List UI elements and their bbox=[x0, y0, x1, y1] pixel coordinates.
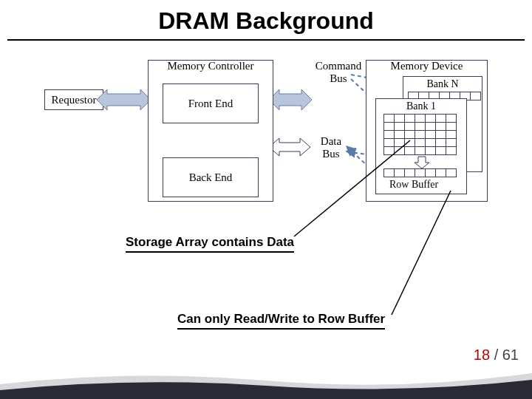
diagram: Requestor bbox=[0, 47, 532, 246]
slide-title: DRAM Background bbox=[7, 0, 525, 41]
arrow-memctrl-cmdbus bbox=[269, 89, 312, 110]
annotation-storage-array: Storage Array contains Data bbox=[126, 235, 294, 253]
page-number: 18 / 61 bbox=[474, 347, 519, 364]
row-buffer-label: Row Buffer bbox=[389, 179, 438, 191]
arrow-backend-databus bbox=[269, 138, 310, 156]
bank-1-grid bbox=[383, 114, 457, 155]
bank-n-label: Bank N bbox=[403, 78, 482, 90]
memory-controller-label: Memory Controller bbox=[149, 60, 273, 72]
footer-decoration bbox=[0, 362, 532, 399]
svg-marker-0 bbox=[97, 89, 151, 110]
annotation-row-buffer: Can only Read/Write to Row Buffer bbox=[177, 312, 385, 330]
bank-1-label: Bank 1 bbox=[376, 100, 466, 112]
bank-1-box: Bank 1 Row Buffer bbox=[375, 98, 467, 194]
page-sep: / bbox=[490, 347, 502, 363]
front-end-box: Front End bbox=[163, 83, 259, 123]
svg-marker-1 bbox=[269, 89, 312, 110]
memory-device-label: Memory Device bbox=[366, 60, 487, 72]
requestor-box: Requestor bbox=[44, 89, 103, 110]
back-end-box: Back End bbox=[163, 157, 259, 197]
data-bus-label: Data Bus bbox=[309, 135, 353, 160]
page-total: 61 bbox=[502, 347, 519, 363]
page-current: 18 bbox=[474, 347, 490, 363]
arrow-grid-rowbuffer bbox=[415, 157, 429, 168]
command-bus-label: Command Bus bbox=[309, 60, 368, 85]
svg-marker-3 bbox=[269, 138, 310, 156]
arrow-requestor-memctrl bbox=[97, 89, 151, 110]
bank-1-row-buffer bbox=[383, 168, 457, 177]
